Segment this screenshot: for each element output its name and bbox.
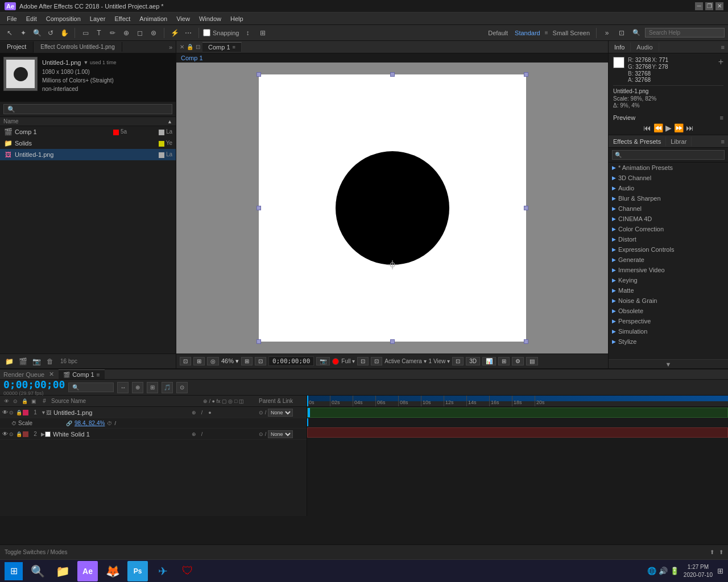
info-panel-menu[interactable]: ≡ — [718, 44, 728, 51]
lock-icon2[interactable]: 🔒 — [16, 431, 23, 437]
project-search-input[interactable] — [3, 104, 172, 114]
effect-item-distort[interactable]: ▶ Distort — [609, 234, 728, 244]
timeline-btn3[interactable]: ⊞ — [147, 382, 158, 393]
effect-item-channel[interactable]: ▶ Channel — [609, 203, 728, 214]
comp1-timeline-tab[interactable]: 🎬 Comp 1 ≡ — [59, 369, 104, 379]
solo-icon[interactable]: ⊙ — [9, 410, 16, 415]
preview-last-btn[interactable]: ⏭ — [686, 123, 694, 132]
tray-action-center[interactable]: ⊞ — [717, 567, 723, 575]
handle-mid-left[interactable] — [257, 206, 261, 210]
preview-play-btn[interactable]: ▶ — [665, 123, 672, 132]
quality-dropdown[interactable]: Full ▾ — [341, 358, 355, 364]
comp-tab-menu[interactable]: ≡ — [233, 44, 235, 50]
tool-brush[interactable]: ✏ — [106, 27, 119, 39]
expand-arrow[interactable]: ▼ — [41, 410, 46, 415]
restore-button[interactable]: ❐ — [705, 2, 713, 10]
timeline-btn1[interactable]: ↔ — [117, 382, 129, 393]
parent-select2[interactable]: None — [268, 430, 293, 438]
tab-info[interactable]: Info — [609, 43, 631, 52]
expand-arrow2[interactable]: ▶ — [41, 431, 45, 437]
snap-icon2[interactable]: ⊞ — [257, 27, 269, 39]
tab-audio[interactable]: Audio — [631, 43, 659, 52]
menu-effect[interactable]: Effect — [110, 14, 135, 23]
comp-viewer[interactable] — [176, 63, 608, 354]
effect-item-immersive-video[interactable]: ▶ Immersive Video — [609, 265, 728, 275]
view-extra-btn[interactable]: ⊞ — [498, 357, 510, 365]
view-panel-btn[interactable]: ▤ — [526, 357, 538, 365]
keyframe-icon[interactable]: ⏱ — [107, 421, 112, 426]
comp-tab[interactable]: Comp 1 ≡ — [202, 42, 242, 52]
solo-icon2[interactable]: ⊙ — [9, 431, 16, 437]
tool-zoom[interactable]: 🔍 — [31, 27, 43, 39]
timeline-navigate-btn[interactable]: ⬆ — [710, 549, 714, 555]
handle-top-right[interactable] — [524, 72, 528, 77]
tool-extra2[interactable]: ⋯ — [182, 27, 195, 39]
layer-row[interactable]: 👁 ⊙ 🔒 2 ▶ White Solid 1 ⊕ / ⊙ / None — [0, 429, 307, 440]
handle-top-left[interactable] — [257, 72, 261, 77]
new-folder-btn[interactable]: 📁 — [3, 356, 15, 367]
effect-item-audio[interactable]: ▶ Audio — [609, 183, 728, 193]
timeline-expand-btn[interactable]: ⬆ — [719, 549, 723, 555]
tool-hand[interactable]: ✋ — [58, 27, 71, 39]
prop-value-scale[interactable]: 98.4, 82.4% — [75, 420, 105, 426]
handle-bot-center[interactable] — [390, 339, 395, 344]
effect-item-animation-presets[interactable]: ▶ * Animation Presets — [609, 163, 728, 173]
project-tab[interactable]: Project — [0, 41, 34, 53]
region-of-interest-btn[interactable]: ⊡ — [180, 357, 191, 365]
new-comp-btn[interactable]: 🎬 — [17, 356, 28, 367]
minimize-button[interactable]: ─ — [695, 2, 703, 10]
toggle-switches-label[interactable]: Toggle Switches / Modes — [5, 549, 68, 555]
handle-bot-left[interactable] — [257, 339, 261, 344]
timeline-tab-menu[interactable]: ≡ — [97, 372, 100, 378]
search-input[interactable] — [645, 28, 725, 38]
handle-mid-right[interactable] — [524, 206, 528, 210]
switch-effect[interactable]: ● — [206, 409, 213, 416]
menu-edit[interactable]: Edit — [22, 14, 42, 23]
lock-icon[interactable]: 🔒 — [16, 410, 23, 415]
menu-view[interactable]: View — [172, 14, 195, 23]
snapping-checkbox[interactable] — [203, 29, 210, 36]
menu-file[interactable]: File — [2, 14, 22, 23]
effect-item-noise-grain[interactable]: ▶ Noise & Grain — [609, 296, 728, 306]
effect-item-perspective[interactable]: ▶ Perspective — [609, 316, 728, 326]
timeline-btn4[interactable]: 🎵 — [162, 382, 173, 393]
tool-extra1[interactable]: ⚡ — [168, 27, 181, 39]
zoom-dropdown[interactable]: 46% ▾ — [221, 357, 239, 365]
handle-top-center[interactable] — [390, 72, 395, 77]
taskbar-telegram-icon[interactable]: ✈ — [152, 561, 173, 581]
list-item[interactable]: 🎬 Comp 1 5a La — [0, 126, 176, 138]
switch-quality2[interactable]: / — [198, 431, 205, 438]
toolbar-screen-options[interactable]: ⊡ — [615, 27, 628, 39]
close-comp-icon[interactable]: ✕ — [180, 44, 184, 50]
effects-search-input[interactable] — [612, 150, 725, 160]
workspace-menu-icon[interactable]: ≡ — [545, 30, 548, 36]
preview-next-btn[interactable]: ⏩ — [674, 123, 684, 132]
viewer-options-btn[interactable]: ⊡ — [357, 357, 369, 365]
breadcrumb-comp1[interactable]: Comp 1 — [181, 55, 203, 61]
tool-stamp[interactable]: ⊕ — [120, 27, 133, 39]
preview-first-btn[interactable]: ⏮ — [643, 123, 651, 132]
effect-item-generate[interactable]: ▶ Generate — [609, 255, 728, 265]
tray-battery-icon[interactable]: 🔋 — [670, 567, 679, 575]
tool-select[interactable]: ↖ — [3, 27, 16, 39]
switch-transform[interactable]: ⊕ — [191, 409, 197, 416]
list-item[interactable]: 🖼 Untitled-1.png La — [0, 149, 176, 160]
snap-icon1[interactable]: ↕ — [242, 27, 254, 39]
effect-controls-tab[interactable]: Effect Controls Untitled-1.png — [34, 42, 122, 52]
zoom-fit-btn[interactable]: ⊞ — [241, 357, 253, 365]
menu-animation[interactable]: Animation — [135, 14, 172, 23]
view-options-btn[interactable]: ⊡ — [452, 357, 464, 365]
tool-rotate[interactable]: ↺ — [44, 27, 57, 39]
effect-item-simulation[interactable]: ▶ Simulation — [609, 326, 728, 336]
tool-pen[interactable]: ✦ — [17, 27, 30, 39]
effect-item-color-correction[interactable]: ▶ Color Correction — [609, 224, 728, 234]
tab-library[interactable]: Librar — [666, 137, 692, 146]
visibility-icon[interactable]: 👁 — [2, 409, 9, 415]
menu-help[interactable]: Help — [226, 14, 248, 23]
stopwatch-icon[interactable]: ⏱ — [11, 421, 18, 426]
parent-select[interactable]: None — [268, 409, 293, 417]
effect-item-stylize[interactable]: ▶ Stylize — [609, 336, 728, 347]
taskbar-search-icon[interactable]: 🔍 — [27, 561, 48, 581]
grid-btn[interactable]: ⊞ — [193, 357, 205, 365]
effects-scroll-down[interactable]: ▼ — [609, 359, 728, 368]
